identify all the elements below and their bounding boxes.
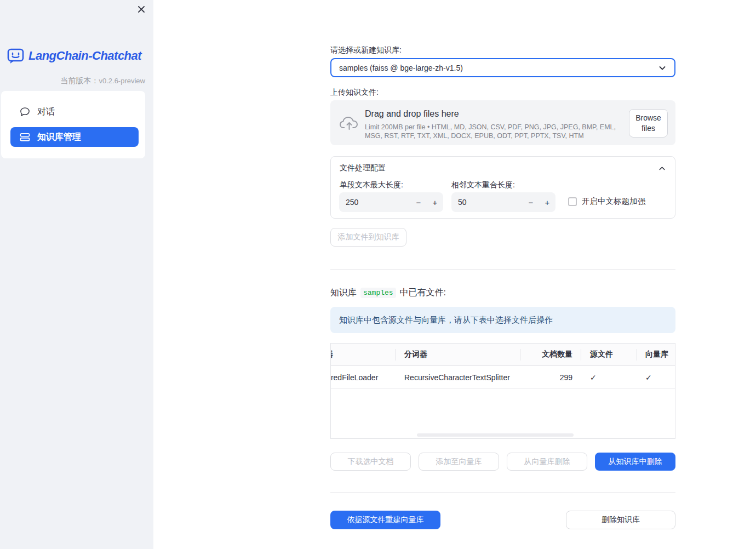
kb-files-table: 文档加载器 分词器 文档数量 源文件 向量库 UnstructuredFileL… bbox=[330, 343, 675, 439]
column-header-splitter[interactable]: 分词器 bbox=[396, 344, 520, 365]
sidebar-item-label: 对话 bbox=[37, 106, 55, 118]
kb-files-prefix: 知识库 bbox=[330, 287, 357, 299]
chunk-size-increment-button[interactable]: + bbox=[427, 192, 443, 212]
chunk-size-value: 250 bbox=[339, 198, 410, 207]
kb-files-suffix: 中已有文件: bbox=[400, 287, 446, 299]
app-title: LangChain-Chatchat bbox=[28, 49, 141, 63]
uploader-instructions: Drag and drop files here Limit 200MB per… bbox=[365, 109, 623, 140]
uploader-label: 上传知识文件: bbox=[330, 88, 379, 98]
column-separator bbox=[581, 349, 581, 361]
chat-bubble-icon bbox=[20, 107, 30, 117]
divider bbox=[330, 492, 675, 493]
uploader-title: Drag and drop files here bbox=[365, 109, 623, 119]
divider bbox=[330, 269, 675, 270]
file-config-expander: 文件处理配置 单段文本最大长度: 相邻文本重合长度: 250 − + 50 − … bbox=[330, 156, 675, 219]
version-label: 当前版本： bbox=[60, 76, 99, 85]
table-row[interactable]: UnstructuredFileLoader RecursiveCharacte… bbox=[331, 366, 675, 389]
kb-selectbox-value: samples (faiss @ bge-large-zh-v1.5) bbox=[339, 64, 658, 72]
column-header-source-file[interactable]: 源文件 bbox=[581, 344, 637, 365]
version-info: 当前版本：v0.2.6-preview bbox=[0, 76, 145, 86]
overlap-size-value: 50 bbox=[451, 198, 523, 207]
kb-name-code: samples bbox=[360, 288, 396, 298]
overlap-size-input[interactable]: 50 − + bbox=[451, 192, 555, 212]
column-header-vector-store[interactable]: 向量库 bbox=[637, 344, 675, 365]
delete-from-kb-button[interactable]: 从知识库中删除 bbox=[595, 453, 675, 471]
sidebar-menu: 对话 知识库管理 bbox=[1, 91, 145, 158]
app-window: LangChain-Chatchat 当前版本：v0.2.6-preview 对… bbox=[0, 0, 756, 549]
zh-title-enhance-checkbox[interactable]: 开启中文标题加强 bbox=[568, 196, 645, 207]
sidebar-item-knowledge-base[interactable]: 知识库管理 bbox=[10, 127, 139, 147]
horizontal-scrollbar[interactable] bbox=[417, 433, 574, 437]
add-to-vector-store-button[interactable]: 添加至向量库 bbox=[419, 453, 499, 471]
column-separator bbox=[396, 349, 396, 361]
overlap-size-label: 相邻文本重合长度: bbox=[451, 180, 515, 190]
download-selected-button[interactable]: 下载选中文档 bbox=[330, 453, 411, 471]
browse-files-button[interactable]: Browse files bbox=[629, 109, 668, 138]
sidebar-close-button[interactable] bbox=[135, 3, 147, 15]
column-separator bbox=[520, 349, 520, 361]
close-icon bbox=[137, 5, 146, 14]
info-banner-text: 知识库中包含源文件与向量库，请从下表中选择文件后操作 bbox=[339, 315, 553, 325]
overlap-increment-button[interactable]: + bbox=[539, 192, 555, 212]
file-dropzone[interactable]: Drag and drop files here Limit 200MB per… bbox=[330, 100, 675, 145]
add-files-to-kb-button[interactable]: 添加文件到知识库 bbox=[330, 228, 406, 247]
table-header-row: 文档加载器 分词器 文档数量 源文件 向量库 bbox=[331, 344, 675, 366]
zh-title-enhance-label: 开启中文标题加强 bbox=[582, 196, 645, 207]
file-config-expander-header[interactable]: 文件处理配置 bbox=[331, 157, 675, 180]
delete-kb-button[interactable]: 删除知识库 bbox=[566, 511, 675, 529]
uploader-limit-text: Limit 200MB per file • HTML, MD, JSON, C… bbox=[365, 123, 623, 140]
cell-loader: UnstructuredFileLoader bbox=[331, 366, 396, 388]
sidebar: LangChain-Chatchat 当前版本：v0.2.6-preview 对… bbox=[0, 0, 153, 549]
chat-smiley-logo-icon bbox=[7, 47, 25, 65]
checkbox-icon bbox=[568, 197, 577, 206]
overlap-decrement-button[interactable]: − bbox=[523, 192, 539, 212]
chevron-down-icon bbox=[658, 64, 667, 72]
column-header-loader[interactable]: 文档加载器 bbox=[331, 344, 396, 365]
cell-splitter: RecursiveCharacterTextSplitter bbox=[396, 366, 520, 388]
chevron-up-icon bbox=[658, 164, 666, 173]
cell-vector-store-check: ✓ bbox=[637, 366, 675, 388]
version-value: v0.2.6-preview bbox=[99, 77, 145, 85]
cell-source-file-check: ✓ bbox=[581, 366, 637, 388]
chunk-size-decrement-button[interactable]: − bbox=[410, 192, 427, 212]
chunk-size-input[interactable]: 250 − + bbox=[339, 192, 443, 212]
kb-files-heading: 知识库 samples 中已有文件: bbox=[330, 287, 446, 299]
expander-title: 文件处理配置 bbox=[340, 163, 658, 173]
cloud-upload-icon bbox=[339, 114, 359, 131]
kb-selectbox[interactable]: samples (faiss @ bge-large-zh-v1.5) bbox=[330, 58, 675, 77]
sidebar-item-label: 知识库管理 bbox=[37, 131, 81, 143]
cell-doc-count: 299 bbox=[520, 366, 581, 388]
delete-from-vector-store-button[interactable]: 从向量库删除 bbox=[507, 453, 587, 471]
column-separator bbox=[637, 349, 637, 361]
stacked-cards-icon bbox=[20, 133, 30, 142]
sidebar-item-dialogue[interactable]: 对话 bbox=[10, 102, 139, 122]
info-banner: 知识库中包含源文件与向量库，请从下表中选择文件后操作 bbox=[330, 307, 675, 333]
chunk-size-label: 单段文本最大长度: bbox=[340, 180, 403, 190]
app-logo: LangChain-Chatchat bbox=[7, 47, 141, 65]
rebuild-vector-store-button[interactable]: 依据源文件重建向量库 bbox=[330, 511, 440, 529]
column-header-doc-count[interactable]: 文档数量 bbox=[520, 344, 581, 365]
kb-select-label: 请选择或新建知识库: bbox=[330, 45, 402, 55]
